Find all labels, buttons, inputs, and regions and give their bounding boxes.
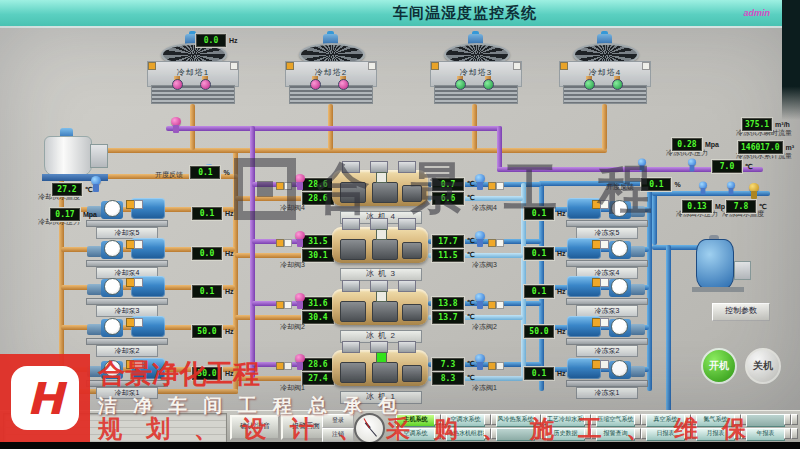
- pipe: [233, 148, 238, 394]
- pump-indicator: [134, 360, 143, 369]
- nav-nitrogen-system[interactable]: 氮气系统: [696, 414, 735, 427]
- chilled-pump-5[interactable]: 冷冻泵5: [566, 198, 646, 238]
- nav-vacuum-system[interactable]: 真空系统: [646, 414, 685, 427]
- nav-disabled[interactable]: [496, 428, 535, 441]
- metric-value: 27.2: [52, 183, 82, 196]
- metric-value: 0.1: [190, 166, 220, 179]
- pump-indicator: [134, 240, 143, 249]
- chilled-pump-3[interactable]: 冷冻泵3: [566, 276, 646, 316]
- status-indicator: [284, 182, 292, 190]
- alarm-row[interactable]: 1: [4, 414, 226, 421]
- water-treatment-tank: [44, 128, 108, 182]
- pump-base: [86, 220, 168, 227]
- temp-value: 8.3: [432, 372, 464, 385]
- nav-compressed-air-system[interactable]: 压缩空气系统: [596, 414, 635, 427]
- alarm-row[interactable]: 4: [4, 435, 226, 442]
- speed-value: 0.1: [192, 207, 222, 220]
- alarm-list[interactable]: 1 2 3 4: [3, 413, 227, 442]
- chilled-valve-icon[interactable]: [474, 293, 486, 309]
- nav-main-system[interactable]: 主机系统: [396, 414, 435, 427]
- nav-monthly-report[interactable]: 月报表: [696, 428, 735, 441]
- valve-feedback-right: 开度反馈 0.1%: [606, 175, 681, 193]
- cooling-pump-2[interactable]: 冷却泵2: [86, 316, 166, 356]
- chilled-supply-temp: 7.0℃: [712, 157, 753, 175]
- pump-gauge-icon: [104, 278, 121, 295]
- nav-heat-pump-system[interactable]: 风冷热泵系统: [496, 414, 535, 427]
- pump-label: 冷却泵1: [96, 387, 158, 399]
- cooling-tower-4[interactable]: 冷却塔4: [556, 34, 652, 106]
- pump-gauge-icon: [104, 240, 121, 257]
- nav-indicator: [791, 414, 798, 425]
- chiller-2[interactable]: 冷却阀2 31.6 30.4 13.8℃ 13.7℃ 冷冻阀2 冰 机 2: [276, 289, 506, 341]
- nav-process-cooling-system[interactable]: 工艺冷却水系统: [546, 414, 585, 427]
- temp-value: 31.6: [302, 297, 334, 310]
- chilled-pump-4[interactable]: 冷冻泵4: [566, 238, 646, 278]
- cooling-valve-icon[interactable]: [294, 231, 306, 247]
- temp-value: 30.1: [302, 249, 334, 262]
- control-params-button[interactable]: 控制参数: [712, 303, 770, 321]
- cooling-pump-1[interactable]: 冷却泵1: [86, 358, 166, 398]
- chiller-3[interactable]: 冷却阀3 31.5 30.1 17.7℃ 11.5℃ 冷冻阀3 冰 机 3: [276, 227, 506, 279]
- temp-value: 28.6: [302, 358, 334, 371]
- tower-body: 冷却塔2: [285, 61, 377, 87]
- ack-mute-button[interactable]: 确认/消音: [230, 415, 280, 440]
- nav-alarm-query[interactable]: 报警查询: [596, 428, 635, 441]
- valve-label: 冷却阀3: [280, 260, 305, 269]
- nav-history-data[interactable]: 历史数据: [546, 428, 585, 441]
- unit-label: Hz: [557, 209, 566, 219]
- nav-daily-report[interactable]: 日报表: [646, 428, 685, 441]
- nav-chiller-group-control[interactable]: 冷热水机组群控: [446, 428, 485, 441]
- cooling-valve-icon[interactable]: [294, 354, 306, 370]
- alarm-row[interactable]: 3: [4, 428, 226, 435]
- cooling-tower-2[interactable]: 冷却塔2: [282, 34, 378, 106]
- nav-indicator: [434, 414, 441, 425]
- chiller-1[interactable]: 冷却阀1 28.6 27.4 7.3℃ 8.3℃ 冷冻阀1 冰 机 1: [276, 350, 506, 402]
- nav-disabled[interactable]: [746, 414, 785, 427]
- cooling-valve-icon[interactable]: [294, 174, 306, 190]
- chilled-pump-2[interactable]: 冷冻泵2: [566, 316, 646, 356]
- pump-indicator: [134, 278, 143, 287]
- chilled-pump-1[interactable]: 冷冻泵1: [566, 358, 646, 398]
- status-indicator: [284, 362, 292, 370]
- status-indicator: [276, 301, 284, 309]
- cooling-pump-4[interactable]: 冷却泵4: [86, 238, 166, 278]
- alarm-row[interactable]: 2: [4, 421, 226, 428]
- pump-base: [86, 380, 168, 387]
- chiller-4[interactable]: 冷却阀4 28.6 28.6 0.7℃ 6.6℃ 冷冻阀4 冰 机 4: [276, 170, 506, 222]
- nav-ac-system[interactable]: 空调系统: [396, 428, 435, 441]
- login-button[interactable]: 登录: [322, 414, 354, 428]
- status-indicator: [488, 362, 496, 370]
- stop-button[interactable]: 关机: [745, 348, 781, 384]
- nav-yearly-report[interactable]: 年报表: [746, 428, 785, 441]
- cooling-tower-3[interactable]: 冷却塔3: [427, 34, 523, 106]
- bypass-valve-icon[interactable]: [170, 117, 182, 133]
- chilled-supply-pressure: 0.28Mpa: [672, 135, 719, 153]
- metric-value: 375.1: [742, 118, 772, 131]
- pump-base: [86, 260, 168, 267]
- speed-value: 0.1: [524, 367, 554, 380]
- nav-ac-water-system[interactable]: 空调水系统: [446, 414, 485, 427]
- status-indicator: [431, 62, 439, 70]
- transmitter-icon: [698, 182, 708, 195]
- metric-value: 146017.0: [738, 141, 783, 154]
- chilled-valve-icon[interactable]: [474, 354, 486, 370]
- chilled-valve-icon[interactable]: [474, 174, 486, 190]
- logout-button[interactable]: 注销: [322, 428, 354, 442]
- speed-value: 0.1: [524, 247, 554, 260]
- start-button[interactable]: 开机: [701, 348, 737, 384]
- cooling-valve-icon[interactable]: [294, 293, 306, 309]
- pipe: [497, 126, 502, 172]
- status-indicator: [284, 301, 292, 309]
- nav-indicator: [584, 414, 591, 425]
- metric-value: 0.13: [682, 200, 712, 213]
- tower-valve-icon: [172, 79, 183, 90]
- valve-label: 冷却阀4: [280, 203, 305, 212]
- chilled-valve-icon[interactable]: [474, 231, 486, 247]
- cooling-pump-3[interactable]: 冷却泵3: [86, 276, 166, 316]
- tower-valve-icon: [310, 79, 321, 90]
- pump-inlet: [87, 324, 102, 335]
- cooling-pump-5[interactable]: 冷却泵5: [86, 198, 166, 238]
- pump-base: [566, 220, 648, 227]
- nav-indicator: [684, 428, 691, 439]
- pump-speed: 0.1Hz: [524, 282, 566, 300]
